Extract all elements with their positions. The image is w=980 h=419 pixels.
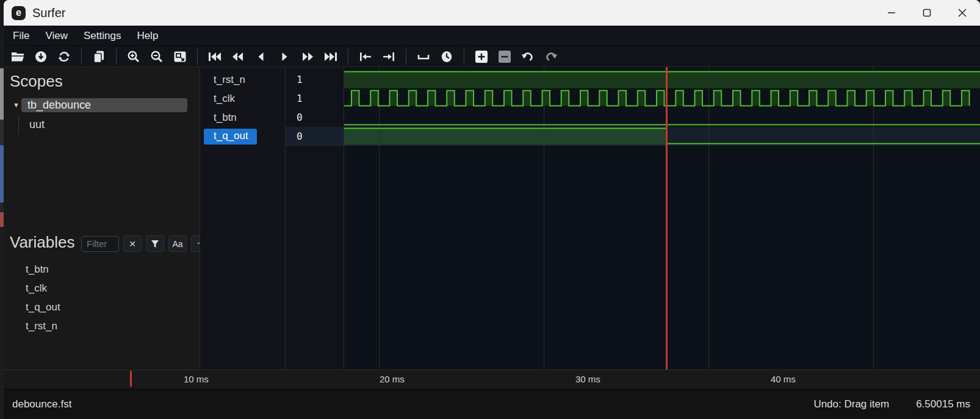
variable-item-t_q_out[interactable]: t_q_out [26, 298, 60, 317]
step-back-icon [254, 50, 268, 63]
toolbar-separator [81, 49, 82, 65]
signal-value-t_btn: 0 [286, 108, 344, 127]
fast-forward-button[interactable] [300, 49, 315, 65]
signal-value-t_clk: 1 [286, 89, 344, 108]
remove-icon [498, 50, 511, 63]
variable-item-t_rst_n[interactable]: t_rst_n [26, 317, 57, 335]
open-folder-icon [11, 50, 24, 63]
variable-item-t_btn[interactable]: t_btn [26, 260, 49, 279]
time-settings-button[interactable] [439, 49, 455, 65]
redo-icon [544, 50, 558, 63]
download-button[interactable] [33, 49, 49, 65]
menu-settings[interactable]: Settings [76, 30, 129, 42]
scopes-title: Scopes [10, 72, 63, 91]
signal-row-t_btn[interactable]: t_btn [200, 108, 285, 127]
close-button[interactable] [945, 0, 980, 26]
loaded-file-name: debounce.fst [12, 398, 71, 410]
window-title: Surfer [32, 6, 65, 20]
pulse-icon [417, 50, 430, 63]
rewind-icon [231, 50, 245, 63]
play-button[interactable] [276, 49, 292, 65]
expand-caret-icon[interactable]: ▼ [13, 101, 21, 109]
skip-to-start-icon [207, 50, 222, 63]
main-area: Scopes ▼ tb_debounce uut Variables ✕ Aa … [4, 67, 980, 370]
funnel-icon [151, 240, 159, 248]
surfer-window: e Surfer File View Settings Help [4, 0, 980, 419]
toolbar [4, 46, 980, 67]
cursor-time: 6.50015 ms [916, 398, 970, 410]
step-back-button[interactable] [253, 49, 269, 65]
undo-button[interactable] [520, 49, 536, 65]
cursor-to-end-icon [381, 50, 396, 63]
timeline-label: 20 ms [380, 374, 405, 384]
menu-help[interactable]: Help [129, 30, 166, 42]
maximize-button[interactable] [909, 0, 945, 26]
download-icon [34, 50, 48, 63]
zoom-fit-button[interactable] [172, 49, 188, 65]
scope-item-tb_debounce[interactable]: ▼ tb_debounce [4, 96, 200, 113]
go-to-end-button[interactable] [323, 49, 339, 65]
timeline-label: 30 ms [575, 374, 600, 384]
waveform-panel[interactable] [344, 67, 980, 370]
signal-row-t_rst_n[interactable]: t_rst_n [200, 70, 285, 89]
copy-button[interactable] [91, 49, 107, 65]
zoom-in-button[interactable] [126, 49, 142, 65]
signal-row-t_clk[interactable]: t_clk [200, 89, 285, 108]
title-bar: e Surfer [4, 0, 980, 26]
status-bar: debounce.fst Undo: Drag item 6.50015 ms [4, 389, 980, 419]
skip-to-end-icon [323, 50, 338, 63]
menu-view[interactable]: View [37, 30, 76, 42]
zoom-out-button[interactable] [149, 49, 165, 65]
cursor-to-start-icon [358, 50, 373, 63]
signal-names-column: t_rst_n t_clk t_btn t_q_out [200, 67, 285, 370]
signal-name: t_btn [214, 112, 237, 124]
filter-type-button[interactable] [146, 235, 164, 252]
close-icon [957, 8, 967, 18]
open-file-button[interactable] [10, 49, 26, 65]
add-item-button[interactable] [474, 49, 489, 65]
app-logo-icon: e [12, 6, 26, 20]
signal-name: t_clk [214, 93, 235, 105]
toolbar-separator [348, 49, 348, 65]
maximize-icon [922, 8, 932, 18]
reload-button[interactable] [56, 49, 72, 65]
remove-item-button[interactable] [497, 49, 513, 65]
case-sensitive-button[interactable]: Aa [168, 235, 187, 252]
signal-row-t_q_out-selected[interactable]: t_q_out [200, 127, 285, 146]
minimize-button[interactable] [874, 0, 909, 26]
go-to-start-button[interactable] [207, 49, 223, 65]
signal-value-t_rst_n: 1 [286, 70, 344, 89]
clock-icon [440, 50, 453, 63]
menu-bar: File View Settings Help [4, 26, 980, 46]
scope-item-uut[interactable]: uut [4, 116, 200, 133]
redo-button[interactable] [543, 49, 559, 65]
waveform-canvas[interactable] [344, 67, 980, 370]
variables-filter-row: ✕ Aa + [81, 235, 209, 252]
signal-value-t_q_out: 0 [286, 127, 344, 146]
timeline-label: 10 ms [184, 374, 209, 384]
cursor-to-end-button[interactable] [381, 49, 397, 65]
clear-filter-button[interactable]: ✕ [123, 235, 142, 252]
sidebar: Scopes ▼ tb_debounce uut Variables ✕ Aa … [4, 67, 200, 370]
add-icon [475, 50, 488, 63]
timeline[interactable]: 10 ms20 ms30 ms40 ms [4, 370, 980, 389]
reload-icon [57, 50, 71, 63]
toolbar-separator [464, 49, 464, 65]
cursor-to-start-button[interactable] [358, 49, 373, 65]
timeline-cursor-tick [130, 371, 132, 387]
minimize-icon [887, 8, 896, 18]
pulse-tool-button[interactable] [416, 49, 431, 65]
rewind-button[interactable] [230, 49, 246, 65]
menu-file[interactable]: File [4, 30, 37, 42]
zoom-out-icon [150, 50, 164, 63]
variables-title: Variables [10, 233, 74, 252]
scope-label: tb_debounce [21, 98, 187, 112]
variable-item-t_clk[interactable]: t_clk [26, 279, 47, 298]
undo-status: Undo: Drag item [813, 398, 889, 410]
filter-input[interactable] [81, 236, 119, 252]
zoom-in-icon [127, 50, 140, 63]
copy-icon [92, 50, 106, 63]
play-icon [278, 50, 291, 63]
timeline-label: 40 ms [771, 374, 796, 384]
toolbar-separator [116, 49, 117, 65]
